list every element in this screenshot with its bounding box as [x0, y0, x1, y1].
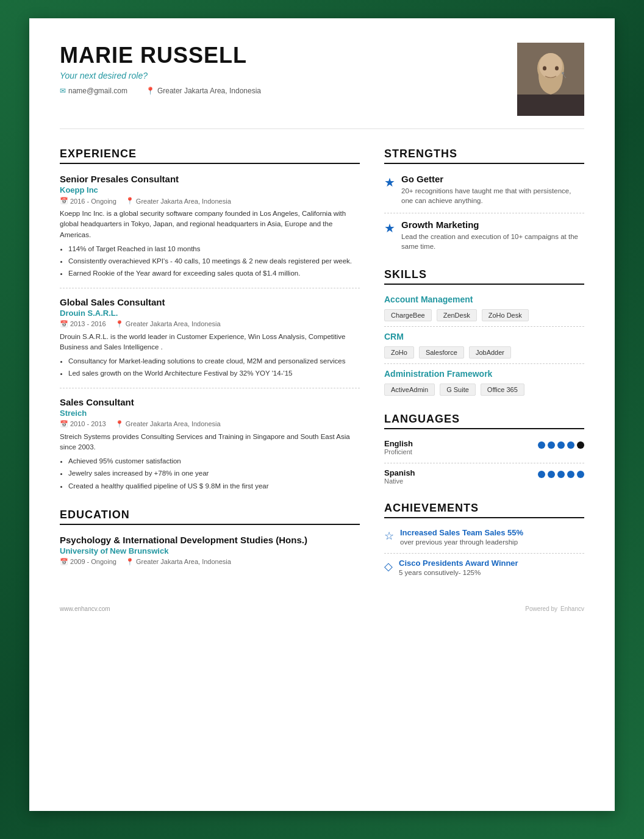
pin-icon-2: 📍: [115, 320, 124, 328]
job-1-bullets: 114% of Target Reached in last 10 months…: [60, 244, 360, 279]
strength-2-name: Growth Marketing: [401, 220, 584, 230]
achievement-2: ◇ Cisco Presidents Award Winner 5 years …: [384, 559, 584, 576]
body-columns: EXPERIENCE Senior Presales Consultant Ko…: [60, 148, 584, 593]
header-left: MARIE RUSSELL Your next desired role? ✉ …: [60, 43, 505, 95]
lang-2-level: Native: [384, 477, 415, 485]
lang-dot: [538, 471, 545, 478]
calendar-icon-2: 📅: [60, 320, 68, 328]
strength-2-content: Growth Marketing Lead the creation and e…: [401, 220, 584, 251]
education-section: EDUCATION Psychology & International Dev…: [60, 509, 360, 566]
job-3-dates: 📅 2010 - 2013: [60, 420, 106, 428]
lang-dot: [557, 441, 565, 449]
pin-icon-1: 📍: [126, 197, 134, 205]
achievement-sep: [384, 553, 584, 554]
lang-1: English Proficient: [384, 439, 584, 455]
achievement-1: ☆ Increased Sales Team Sales 55% over pr…: [384, 528, 584, 546]
job-1-dates: 📅 2016 - Ongoing: [60, 197, 116, 205]
skill-tags-3: ActiveAdmin G Suite Office 365: [384, 384, 584, 396]
lang-1-level: Proficient: [384, 448, 413, 455]
strength-1-name: Go Getter: [401, 174, 584, 184]
location-icon: 📍: [146, 87, 155, 95]
lang-sep: [384, 463, 584, 463]
location-contact: 📍 Greater Jakarta Area, Indonesia: [146, 87, 261, 95]
job-3-location: 📍 Greater Jakarta Area, Indonesia: [115, 420, 221, 428]
lang-dot: [548, 471, 555, 478]
achievement-1-title: Increased Sales Team Sales 55%: [400, 528, 523, 537]
svg-rect-6: [517, 95, 584, 116]
achievements-title: ACHIEVEMENTS: [384, 502, 584, 518]
job-3-meta: 📅 2010 - 2013 📍 Greater Jakarta Area, In…: [60, 420, 360, 428]
skill-tag: ZoHo Desk: [482, 309, 529, 321]
experience-title: EXPERIENCE: [60, 148, 360, 164]
achievement-2-title: Cisco Presidents Award Winner: [399, 559, 518, 568]
footer-brand: Powered by Enhancv: [525, 605, 584, 612]
skill-tags-2: ZoHo Salesforce JobAdder: [384, 346, 584, 359]
job-3: Sales Consultant Streich 📅 2010 - 2013 📍…: [60, 397, 360, 491]
skills-section: SKILLS Account Management ChargeBee ZenD…: [384, 268, 584, 396]
achievement-icon-1: ☆: [384, 529, 394, 543]
skill-cat-3: Administration Framework: [384, 369, 584, 379]
lang-2-name: Spanish: [384, 468, 415, 477]
calendar-icon-edu: 📅: [60, 558, 68, 565]
email-contact: ✉ name@gmail.com: [60, 87, 127, 95]
skill-tag: Office 365: [481, 384, 524, 396]
svg-point-5: [555, 66, 559, 71]
achievement-2-desc: 5 years consutively- 125%: [399, 569, 518, 576]
job-3-company: Streich: [60, 409, 360, 418]
svg-point-3: [539, 53, 562, 79]
skills-sep-1: [384, 326, 584, 327]
job-1-company: Koepp Inc: [60, 185, 360, 195]
edu-1: Psychology & International Development S…: [60, 535, 360, 566]
bullet: Earned Rookie of the Year award for exce…: [68, 268, 360, 279]
skill-tag: G Suite: [440, 384, 476, 396]
edu-location: 📍 Greater Jakarta Area, Indonesia: [126, 558, 231, 566]
candidate-name: MARIE RUSSELL: [60, 43, 505, 68]
lang-dot: [567, 471, 574, 478]
bullet: Achieved 95% customer satisfaction: [68, 456, 360, 466]
bullet: Jewelry sales increased by +78% in one y…: [68, 468, 360, 479]
svg-point-7: [562, 72, 564, 74]
job-2: Global Sales Consultant Drouin S.A.R.L. …: [60, 297, 360, 379]
right-column: STRENGTHS ★ Go Getter 20+ recognitions h…: [384, 148, 584, 593]
bullet: 114% of Target Reached in last 10 months: [68, 244, 360, 254]
skill-tags-1: ChargeBee ZenDesk ZoHo Desk: [384, 309, 584, 321]
lang-2: Spanish Native: [384, 468, 584, 485]
strengths-section: STRENGTHS ★ Go Getter 20+ recognitions h…: [384, 148, 584, 251]
achievement-1-content: Increased Sales Team Sales 55% over prev…: [400, 528, 523, 546]
lang-dot: [577, 441, 584, 449]
achievement-2-content: Cisco Presidents Award Winner 5 years co…: [399, 559, 518, 576]
languages-title: LANGUAGES: [384, 413, 584, 429]
lang-2-dots: [538, 471, 584, 478]
bullet: Consultancy for Market-leading solutions…: [68, 356, 360, 366]
left-column: EXPERIENCE Senior Presales Consultant Ko…: [60, 148, 360, 593]
job-2-company: Drouin S.A.R.L.: [60, 309, 360, 318]
star-icon-1: ★: [384, 175, 395, 190]
skill-tag: Salesforce: [419, 346, 464, 359]
lang-dot: [557, 471, 565, 478]
pin-icon-3: 📍: [115, 420, 124, 428]
job-separator-1: [60, 288, 360, 288]
lang-dot: [577, 471, 584, 478]
powered-by-text: Powered by: [525, 605, 557, 612]
job-1-location: 📍 Greater Jakarta Area, Indonesia: [126, 197, 231, 205]
job-2-location: 📍 Greater Jakarta Area, Indonesia: [115, 320, 221, 328]
strength-2-desc: Lead the creation and execution of 10+ c…: [401, 232, 584, 251]
resume-paper: MARIE RUSSELL Your next desired role? ✉ …: [29, 18, 615, 811]
footer-website: www.enhancv.com: [60, 605, 110, 612]
strength-2: ★ Growth Marketing Lead the creation and…: [384, 220, 584, 251]
header-section: MARIE RUSSELL Your next desired role? ✉ …: [60, 43, 584, 129]
lang-dot: [567, 441, 574, 449]
job-2-bullets: Consultancy for Market-leading solutions…: [60, 356, 360, 379]
job-2-desc: Drouin S.A.R.L. is the world leader in C…: [60, 332, 360, 353]
lang-1-left: English Proficient: [384, 439, 413, 455]
skill-cat-2: CRM: [384, 332, 584, 341]
calendar-icon-3: 📅: [60, 420, 68, 428]
skill-tag: ZenDesk: [437, 309, 477, 321]
job-2-meta: 📅 2013 - 2016 📍 Greater Jakarta Area, In…: [60, 320, 360, 328]
skills-sep-2: [384, 363, 584, 364]
education-title: EDUCATION: [60, 509, 360, 525]
lang-2-left: Spanish Native: [384, 468, 415, 485]
job-1: Senior Presales Consultant Koepp Inc 📅 2…: [60, 174, 360, 279]
candidate-photo: [517, 43, 584, 116]
job-3-desc: Streich Systems provides Consulting Serv…: [60, 432, 360, 453]
